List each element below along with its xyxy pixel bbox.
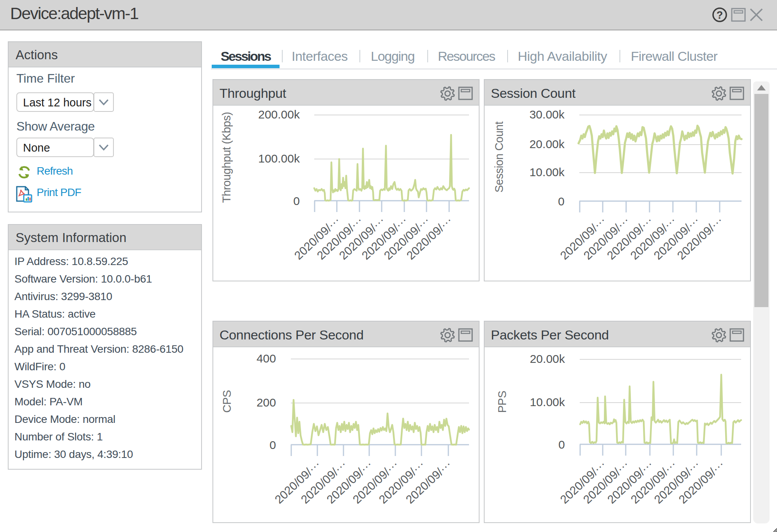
svg-text:30.00k: 30.00k [529,108,565,121]
svg-text:10.00k: 10.00k [529,166,565,179]
svg-text:20.00k: 20.00k [530,352,565,365]
svg-text:20.00k: 20.00k [529,138,565,150]
svg-text:100.00k: 100.00k [258,152,300,165]
svg-text:PPS: PPS [496,391,508,413]
svg-text:0: 0 [558,438,565,451]
svg-text:10.00k: 10.00k [530,396,565,408]
svg-text:0: 0 [293,194,300,207]
svg-text:0: 0 [269,438,276,451]
svg-text:400: 400 [257,352,276,365]
svg-text:200.00k: 200.00k [258,108,300,121]
svg-text:Session Count: Session Count [493,122,505,193]
svg-text:0: 0 [558,195,565,208]
svg-text:?: ? [717,9,723,21]
svg-text:Throughput (Kbps): Throughput (Kbps) [220,112,233,203]
svg-text:CPS: CPS [221,390,233,413]
svg-text:200: 200 [257,396,276,409]
